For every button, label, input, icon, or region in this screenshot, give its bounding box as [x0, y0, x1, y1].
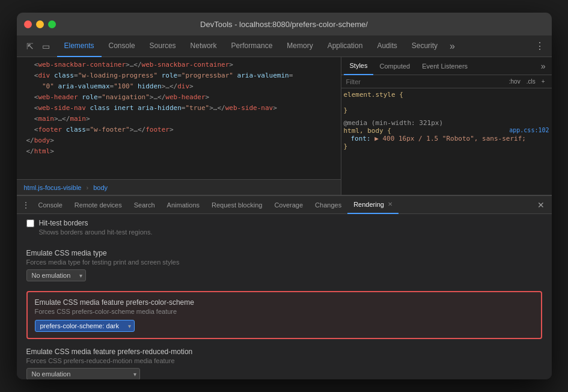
maximize-button[interactable] — [48, 20, 56, 28]
tab-icons: ⇱ ▭ — [19, 40, 57, 52]
emulate-css-type-section: Emulate CSS media type Forces media type… — [26, 249, 542, 281]
tab-elements[interactable]: Elements — [57, 35, 102, 57]
emulate-reduced-motion-section: Emulate CSS media feature prefers-reduce… — [26, 348, 542, 379]
style-rule-element: element.style { } — [344, 91, 549, 114]
minimize-button[interactable] — [36, 20, 44, 28]
more-tabs-button[interactable]: » — [445, 41, 460, 52]
mobile-icon[interactable]: ▭ — [40, 40, 52, 52]
breadcrumb-item-body[interactable]: body — [91, 183, 110, 192]
rendering-tab-close[interactable]: ✕ — [388, 201, 392, 207]
titlebar: DevTools - localhost:8080/prefers-color-… — [17, 13, 552, 35]
dom-panel: <web-snackbar-container>…</web-snackbar-… — [17, 57, 341, 195]
devtools-window: DevTools - localhost:8080/prefers-color-… — [17, 13, 552, 379]
cursor-icon[interactable]: ⇱ — [24, 40, 36, 52]
dom-line: <footer class="w-footer">…</footer> — [17, 124, 341, 135]
emulate-reduced-motion-desc: Forces CSS prefers-reduced-motion media … — [26, 357, 542, 364]
emulate-color-scheme-label: Emulate CSS media feature prefers-color-… — [35, 298, 534, 307]
hit-test-row: Hit-test borders Shows borders around hi… — [26, 219, 542, 239]
emulate-color-scheme-section: Emulate CSS media feature prefers-color-… — [26, 291, 542, 339]
main-content: <web-snackbar-container>…</web-snackbar-… — [17, 57, 552, 379]
dom-line: <main>…</main> — [17, 114, 341, 124]
filter-buttons: :hov .cls + — [507, 78, 547, 85]
dom-breadcrumb: html.js-focus-visible › body — [17, 179, 341, 195]
bottom-tab-remote-devices[interactable]: Remote devices — [69, 196, 128, 214]
tab-application[interactable]: Application — [320, 35, 370, 57]
breadcrumb-item-html[interactable]: html.js-focus-visible — [22, 183, 84, 192]
dom-line: <web-side-nav class inert aria-hidden="t… — [17, 103, 341, 114]
tab-memory[interactable]: Memory — [279, 35, 320, 57]
bottom-panel-close-button[interactable]: ✕ — [533, 200, 549, 210]
emulate-color-scheme-select[interactable]: No emulation prefers-color-scheme: light… — [35, 320, 135, 332]
traffic-lights — [24, 20, 56, 28]
hit-test-label: Hit-test borders — [39, 219, 153, 227]
emulate-reduced-motion-select-wrapper: No emulation prefers-reduced-motion: red… — [26, 368, 140, 379]
hov-filter-button[interactable]: :hov — [507, 78, 522, 85]
emulate-css-type-select-wrapper: No emulation print screen — [26, 269, 86, 281]
styles-filter-input[interactable] — [346, 78, 505, 85]
emulate-reduced-motion-label: Emulate CSS media feature prefers-reduce… — [26, 348, 542, 356]
bottom-panel: ⋮ Console Remote devices Search Animatio… — [17, 195, 552, 379]
emulate-css-type-label: Emulate CSS media type — [26, 249, 542, 257]
style-rule-media: @media (min-width: 321px) html, body { a… — [344, 119, 549, 150]
tab-console[interactable]: Console — [102, 35, 142, 57]
dom-line: "0" aria-valuemax="100" hidden>…</div> — [17, 81, 341, 92]
hit-test-section: Hit-test borders Shows borders around hi… — [26, 219, 542, 239]
bottom-tab-console[interactable]: Console — [32, 196, 69, 214]
tab-audits[interactable]: Audits — [370, 35, 404, 57]
window-title: DevTools - localhost:8080/prefers-color-… — [200, 20, 368, 29]
dom-line: </html> — [17, 146, 341, 157]
hit-test-checkbox[interactable] — [26, 219, 34, 227]
cls-filter-button[interactable]: .cls — [525, 78, 537, 85]
dom-line: <web-snackbar-container>…</web-snackbar-… — [17, 60, 341, 70]
bottom-tab-bar: ⋮ Console Remote devices Search Animatio… — [17, 196, 552, 214]
emulate-color-scheme-desc: Forces CSS prefers-color-scheme media fe… — [35, 308, 534, 315]
styles-tab-styles[interactable]: Styles — [344, 57, 374, 75]
tab-performance[interactable]: Performance — [224, 35, 280, 57]
styles-filter-row: :hov .cls + — [341, 75, 552, 88]
bottom-tab-coverage[interactable]: Coverage — [268, 196, 309, 214]
bottom-tab-rendering[interactable]: Rendering ✕ — [347, 196, 399, 214]
devtools-menu-button[interactable]: ⋮ — [530, 40, 549, 52]
add-style-button[interactable]: + — [540, 78, 547, 85]
tab-security[interactable]: Security — [405, 35, 445, 57]
devtools-tab-bar: ⇱ ▭ Elements Console Sources Network Per… — [17, 35, 552, 57]
tab-sources[interactable]: Sources — [142, 35, 183, 57]
emulate-css-type-select[interactable]: No emulation print screen — [26, 269, 86, 281]
emulate-css-type-desc: Forces media type for testing print and … — [26, 259, 542, 266]
emulate-color-scheme-select-wrapper: No emulation prefers-color-scheme: light… — [35, 320, 135, 332]
styles-content: element.style { } @media (min-width: 321… — [341, 88, 552, 195]
styles-tabs-more-button[interactable]: » — [537, 61, 549, 71]
tab-network[interactable]: Network — [183, 35, 224, 57]
close-button[interactable] — [24, 20, 32, 28]
bottom-tab-animations[interactable]: Animations — [161, 196, 206, 214]
styles-panel: Styles Computed Event Listeners » :hov .… — [341, 57, 552, 195]
styles-tab-event-listeners[interactable]: Event Listeners — [416, 57, 474, 75]
bottom-tab-request-blocking[interactable]: Request blocking — [206, 196, 268, 214]
dom-code: <web-snackbar-container>…</web-snackbar-… — [17, 57, 341, 179]
dom-line: </body> — [17, 135, 341, 146]
dom-line: <web-header role="navigation">…</web-hea… — [17, 92, 341, 103]
bottom-tab-changes[interactable]: Changes — [309, 196, 347, 214]
bottom-panel-menu-icon[interactable]: ⋮ — [19, 200, 32, 210]
emulate-reduced-motion-select[interactable]: No emulation prefers-reduced-motion: red… — [26, 368, 140, 379]
bottom-tab-search[interactable]: Search — [128, 196, 161, 214]
styles-tab-bar: Styles Computed Event Listeners » — [341, 57, 552, 75]
styles-tab-computed[interactable]: Computed — [373, 57, 416, 75]
hit-test-desc: Shows borders around hit-test regions. — [39, 228, 153, 236]
rendering-content: Hit-test borders Shows borders around hi… — [17, 214, 552, 379]
dom-line: <div class="w-loading-progress" role="pr… — [17, 70, 341, 81]
